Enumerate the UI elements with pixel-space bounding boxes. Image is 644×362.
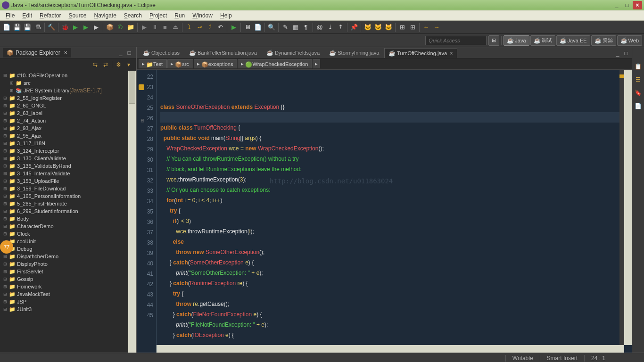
cheat-sheet-button[interactable]: 📄 xyxy=(633,101,644,111)
code-line[interactable]: // block, and let RuntimeExceptions leav… xyxy=(160,164,632,174)
expand-icon[interactable]: ⊞ xyxy=(8,88,15,93)
expand-icon[interactable]: ⊞ xyxy=(2,179,8,183)
package-explorer-tab[interactable]: 📦 Package Explorer × xyxy=(3,48,71,58)
expand-icon[interactable]: ⊞ xyxy=(2,111,8,115)
step-over-button[interactable]: ⤻ xyxy=(195,23,204,32)
code-line[interactable]: } catch(RuntimeException re) { xyxy=(160,278,632,288)
menu-window[interactable]: Window xyxy=(189,11,216,20)
warning-marker[interactable] xyxy=(139,84,144,90)
focus-task-button[interactable]: ⚙ xyxy=(114,60,123,69)
tree-item[interactable]: ⊞📁3_117_I18N xyxy=(0,140,136,147)
tree-item[interactable]: ⊞📁Clock xyxy=(0,230,136,238)
new-window-button[interactable]: ⊞ xyxy=(408,23,417,32)
scrollbar-thumb[interactable] xyxy=(129,71,135,104)
code-line[interactable]: } catch(SomeOtherException e) { xyxy=(160,257,632,268)
code-line[interactable]: } catch(IOException e) { xyxy=(160,330,632,340)
code-line[interactable]: class SomeOtherException extends Excepti… xyxy=(160,102,632,112)
code-line[interactable] xyxy=(160,112,632,123)
code-editor[interactable]: 22232425⊟2627282930313233343536373839404… xyxy=(137,70,632,353)
back-button[interactable]: ← xyxy=(421,23,431,32)
minimize-panel-button[interactable]: _ xyxy=(117,49,124,57)
new-package-button[interactable]: 📦 xyxy=(105,23,115,32)
menu-source[interactable]: Source xyxy=(65,11,90,20)
tree-item[interactable]: ⊞📁coolUnit xyxy=(0,238,136,245)
tree-item[interactable]: ⊞📁JavaMockTest xyxy=(0,290,136,298)
expand-icon[interactable]: ⊞ xyxy=(2,148,8,153)
tree-item[interactable]: ⊞📁3_124_Interceptor xyxy=(0,147,136,155)
close-tab-icon[interactable]: × xyxy=(450,50,453,57)
code-line[interactable]: WrapCheckedException wce = new WrapCheck… xyxy=(160,143,632,154)
tree-item[interactable]: ⊞📁2_74_Action xyxy=(0,117,136,124)
menu-search[interactable]: Search xyxy=(120,11,146,20)
coverage-button[interactable]: ▶ xyxy=(91,23,101,32)
perspective-Web[interactable]: ☕Web xyxy=(617,35,642,46)
editor-tab[interactable]: ☕TurnOffChecking.java× xyxy=(384,48,457,58)
expand-icon[interactable]: ⊞ xyxy=(2,73,8,78)
tree-item[interactable]: ⊞📁4_165_PersonalInformation xyxy=(0,192,136,200)
editor-tab[interactable]: ☕DynamicFields.java xyxy=(262,48,324,58)
annotation-button[interactable]: @ xyxy=(315,23,324,32)
toggle-mark-button[interactable]: ✎ xyxy=(281,23,290,32)
menu-run[interactable]: Run xyxy=(171,11,189,20)
step-into-button[interactable]: ⤵ xyxy=(184,23,194,32)
build-button[interactable]: 🔨 xyxy=(47,23,56,32)
tomcat-restart-button[interactable]: 🐱 xyxy=(384,23,393,32)
pause-button[interactable]: ⏸ xyxy=(150,23,159,32)
resume-button[interactable]: ▶ xyxy=(140,23,149,32)
code-line[interactable]: throw re.getCause(); xyxy=(160,299,632,309)
step-return-button[interactable]: ⤴ xyxy=(205,23,215,32)
tree-scrollbar[interactable] xyxy=(128,71,136,353)
menu-edit[interactable]: Edit xyxy=(18,11,36,20)
menu-refactor[interactable]: Refactor xyxy=(36,11,65,20)
code-body[interactable]: http://blog.csdn.net/u011863024 class So… xyxy=(157,70,632,353)
prev-annotation-button[interactable]: ⇡ xyxy=(336,23,345,32)
breadcrumb-item[interactable]: ▸ 📦 exceptions xyxy=(194,59,238,68)
task-list-button[interactable]: ☰ xyxy=(633,74,644,85)
expand-icon[interactable]: ⊞ xyxy=(2,126,8,131)
save-button[interactable]: 💾 xyxy=(12,23,22,32)
expand-icon[interactable]: ⊞ xyxy=(2,284,8,289)
breadcrumb-item[interactable]: ▸ 🟢 WrapCheckedException xyxy=(238,59,312,68)
next-annotation-button[interactable]: ⇣ xyxy=(325,23,335,32)
save-all-button[interactable]: 💾 xyxy=(23,23,32,32)
close-button[interactable]: × xyxy=(633,1,642,9)
horizontal-scrollbar[interactable] xyxy=(157,345,624,353)
code-line[interactable]: throw new SomeOtherException(); xyxy=(160,247,632,257)
expand-icon[interactable]: ⊞ xyxy=(2,224,8,229)
tree-item[interactable]: ⊞📁FirstServlet xyxy=(0,268,136,275)
expand-icon[interactable]: ⊞ xyxy=(2,216,8,221)
run-external-button[interactable]: ▶ xyxy=(229,23,239,32)
expand-icon[interactable]: ⊞ xyxy=(2,164,8,168)
expand-icon[interactable]: ⊞ xyxy=(2,118,8,123)
tree-item[interactable]: ⊞📁DispathcherDemo xyxy=(0,253,136,260)
new-jsp-button[interactable]: 📄 xyxy=(253,23,263,32)
expand-icon[interactable]: ⊞ xyxy=(8,81,15,85)
tree-item[interactable]: ⊞📁3_159_FileDownload xyxy=(0,185,136,192)
expand-icon[interactable]: ⊞ xyxy=(2,307,8,312)
debug-button[interactable]: 🐞 xyxy=(60,23,70,32)
code-line[interactable]: else xyxy=(160,237,632,247)
toggle-block-button[interactable]: ▦ xyxy=(291,23,300,32)
tree-item[interactable]: ⊞📁3_145_InternalValidate xyxy=(0,170,136,177)
breadcrumb-item[interactable]: ▸ 📁 Test xyxy=(139,59,167,68)
overview-ruler[interactable] xyxy=(619,70,624,345)
expand-icon[interactable]: ⊞ xyxy=(2,171,8,176)
tree-item[interactable]: ⊞📁2_95_Ajax xyxy=(0,132,136,140)
code-line[interactable]: print("SomeOtherException: " + e); xyxy=(160,268,632,278)
new-button[interactable]: 📄 xyxy=(2,23,11,32)
tree-item[interactable]: ⊞📁3_130_ClientValidate xyxy=(0,155,136,162)
tree-item[interactable]: ⊞📚JRE System Library [JavaSE-1.7] xyxy=(0,87,136,94)
expand-icon[interactable]: ⊞ xyxy=(2,262,8,266)
tree-item[interactable]: ⊞📁3_153_UploadFile xyxy=(0,177,136,185)
new-class-button[interactable]: © xyxy=(116,23,125,32)
code-line[interactable]: public static void main(String[] args) { xyxy=(160,133,632,143)
tree-item[interactable]: ⊞📁2_60_ONGL xyxy=(0,102,136,109)
minimize-editor-button[interactable]: _ xyxy=(614,49,621,57)
view-menu-button[interactable]: ▾ xyxy=(124,60,133,69)
open-perspective-button[interactable]: ⊞ xyxy=(488,35,499,46)
stop-button[interactable]: ■ xyxy=(160,23,170,32)
expand-icon[interactable]: ⊞ xyxy=(2,254,8,259)
new-server-button[interactable]: 🖥 xyxy=(243,23,252,32)
code-line[interactable]: wce.throwRuntimeException(i); xyxy=(160,226,632,237)
code-line[interactable] xyxy=(160,91,632,102)
